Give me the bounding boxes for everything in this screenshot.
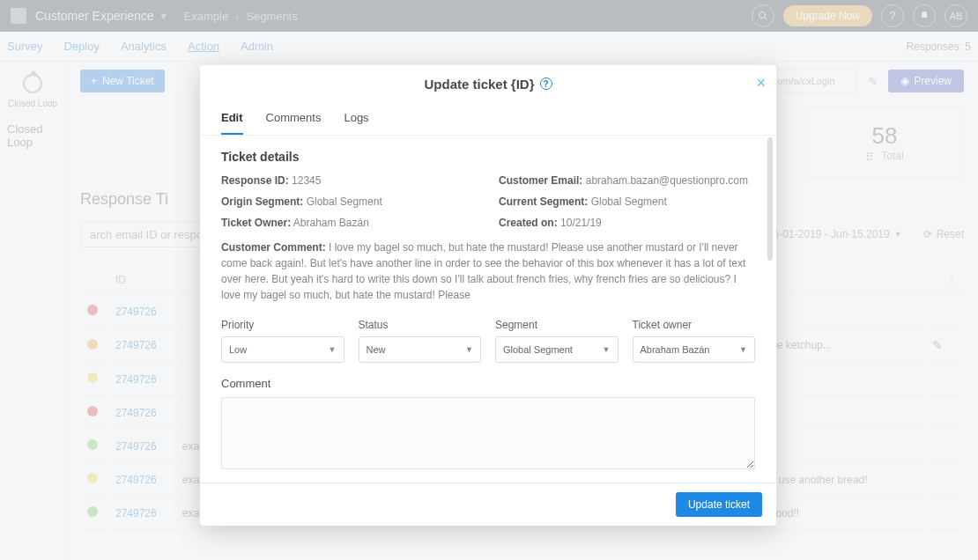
customer-comment-label: Customer Comment: [221,241,326,254]
origin-segment-label: Origin Segment: [221,195,303,208]
close-icon[interactable]: × [756,74,766,92]
comment-field-label: Comment [221,377,755,390]
comment-textarea[interactable] [221,397,755,469]
ticket-owner-sel-value: Abraham Bazán [641,344,710,355]
ticket-details-heading: Ticket details [221,150,755,164]
priority-value: Low [229,344,247,355]
customer-email-value: abraham.bazan@questionpro.com [586,174,748,187]
ticket-owner-field-label: Ticket owner [633,319,756,331]
update-ticket-modal: Update ticket {ID} ? × Edit Comments Log… [200,65,776,526]
status-value: New [367,344,386,355]
customer-email-label: Customer Email: [499,174,582,187]
modal-title: Update ticket {ID} [424,77,534,92]
tab-comments[interactable]: Comments [266,102,322,135]
current-segment-value: Global Segment [591,195,667,208]
response-id-value: 12345 [292,174,321,187]
priority-select[interactable]: Low▼ [221,336,345,363]
tab-edit[interactable]: Edit [221,102,243,135]
status-select[interactable]: New▼ [359,336,482,363]
current-segment-label: Current Segment: [499,195,588,208]
scrollbar[interactable] [767,137,773,261]
update-ticket-button[interactable]: Update ticket [676,492,762,517]
created-on-value: 10/21/19 [560,217,602,229]
response-id-label: Response ID: [221,174,289,187]
chevron-down-icon: ▼ [465,345,473,354]
ticket-owner-select[interactable]: Abraham Bazán▼ [633,336,756,363]
chevron-down-icon: ▼ [739,345,747,354]
status-label: Status [359,319,482,331]
chevron-down-icon: ▼ [329,345,337,354]
ticket-owner-value: Abraham Bazán [293,217,369,229]
segment-label: Segment [495,319,619,331]
chevron-down-icon: ▼ [603,345,611,354]
created-on-label: Created on: [499,217,558,229]
segment-value: Global Segment [503,344,573,355]
segment-select[interactable]: Global Segment▼ [495,336,619,363]
ticket-owner-label: Ticket Owner: [221,217,291,229]
tab-logs[interactable]: Logs [344,102,368,135]
help-icon[interactable]: ? [540,77,552,90]
origin-segment-value: Global Segment [307,195,382,208]
priority-label: Priority [221,319,345,331]
